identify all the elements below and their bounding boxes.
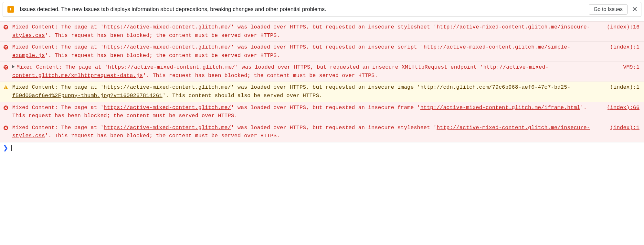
page-url-link[interactable]: https://active-mixed-content.glitch.me/ (104, 105, 231, 111)
message-text: ' was loaded over HTTPS, but requested a… (231, 125, 437, 131)
error-icon (3, 24, 9, 32)
page-url-link[interactable]: https://active-mixed-content.glitch.me/ (104, 44, 231, 50)
source-link[interactable]: (index):16 (607, 23, 639, 31)
page-url-link[interactable]: https://active-mixed-content.glitch.me/ (108, 64, 235, 70)
message-text: ' was loaded over HTTPS, but requested a… (231, 105, 420, 111)
source-link[interactable]: (index):1 (610, 43, 639, 51)
svg-rect-4 (5, 88, 6, 89)
message-text: ' was loaded over HTTPS, but requested a… (235, 64, 483, 70)
go-to-issues-button[interactable]: Go to Issues (589, 4, 628, 15)
error-icon (3, 44, 9, 52)
source-link[interactable]: (index):1 (610, 124, 639, 132)
console-message: Mixed Content: The page at 'https://acti… (12, 104, 607, 120)
message-text: ' was loaded over HTTPS, but requested a… (231, 84, 420, 90)
page-url-link[interactable]: https://active-mixed-content.glitch.me/ (104, 125, 231, 131)
issues-bar: ! Issues detected. The new Issues tab di… (3, 2, 641, 17)
message-text: Mixed Content: The page at ' (12, 44, 104, 50)
page-url-link[interactable]: https://active-mixed-content.glitch.me/ (104, 84, 231, 90)
console-message: Mixed Content: The page at 'https://acti… (12, 83, 610, 100)
error-icon (3, 64, 9, 72)
close-icon[interactable]: ✕ (631, 5, 639, 14)
console-message: Mixed Content: The page at 'https://acti… (12, 23, 607, 39)
message-text: Mixed Content: The page at ' (16, 64, 108, 70)
error-icon (3, 125, 9, 133)
message-text: Mixed Content: The page at ' (12, 105, 104, 111)
text-cursor (11, 145, 12, 151)
message-text: ' was loaded over HTTPS, but requested a… (231, 44, 424, 50)
console-row[interactable]: Mixed Content: The page at 'https://acti… (0, 61, 644, 82)
issues-warning-icon: ! (7, 6, 14, 13)
console-row[interactable]: Mixed Content: The page at 'https://acti… (0, 102, 644, 122)
message-text: Mixed Content: The page at ' (12, 84, 104, 90)
console-message: Mixed Content: The page at 'https://acti… (12, 63, 623, 80)
console-row[interactable]: Mixed Content: The page at 'https://acti… (0, 21, 644, 41)
console-row[interactable]: Mixed Content: The page at 'https://acti… (0, 122, 644, 142)
message-text: Mixed Content: The page at ' (12, 125, 104, 131)
console-prompt[interactable]: ❯ (0, 142, 644, 153)
console-row[interactable]: Mixed Content: The page at 'https://acti… (0, 41, 644, 61)
source-link[interactable]: (index):66 (607, 104, 639, 112)
page-url-link[interactable]: https://active-mixed-content.glitch.me/ (104, 24, 231, 30)
source-link[interactable]: (index):1 (610, 83, 639, 92)
expand-caret-icon[interactable] (12, 65, 15, 68)
console-row[interactable]: Mixed Content: The page at 'https://acti… (0, 82, 644, 102)
prompt-chevron-icon: ❯ (3, 144, 8, 151)
resource-url-link[interactable]: http://active-mixed-content.glitch.me/if… (420, 105, 580, 111)
message-text: '. This content should also be served ov… (163, 93, 322, 99)
issues-text: Issues detected. The new Issues tab disp… (20, 6, 589, 13)
console-message: Mixed Content: The page at 'https://acti… (12, 124, 610, 140)
message-text: Mixed Content: The page at ' (12, 24, 104, 30)
message-text: '. This request has been blocked; the co… (45, 133, 280, 139)
warning-icon (3, 84, 9, 93)
message-text: '. This request has been blocked; the co… (45, 52, 280, 59)
message-text: '. This request has been blocked; the co… (143, 72, 378, 79)
error-icon (3, 105, 9, 113)
source-link[interactable]: VM9:1 (623, 63, 639, 72)
svg-rect-3 (5, 86, 6, 88)
message-text: '. This request has been blocked; the co… (45, 32, 280, 39)
console-log: Mixed Content: The page at 'https://acti… (0, 21, 644, 142)
message-text: ' was loaded over HTTPS, but requested a… (231, 24, 437, 30)
console-message: Mixed Content: The page at 'https://acti… (12, 43, 610, 60)
